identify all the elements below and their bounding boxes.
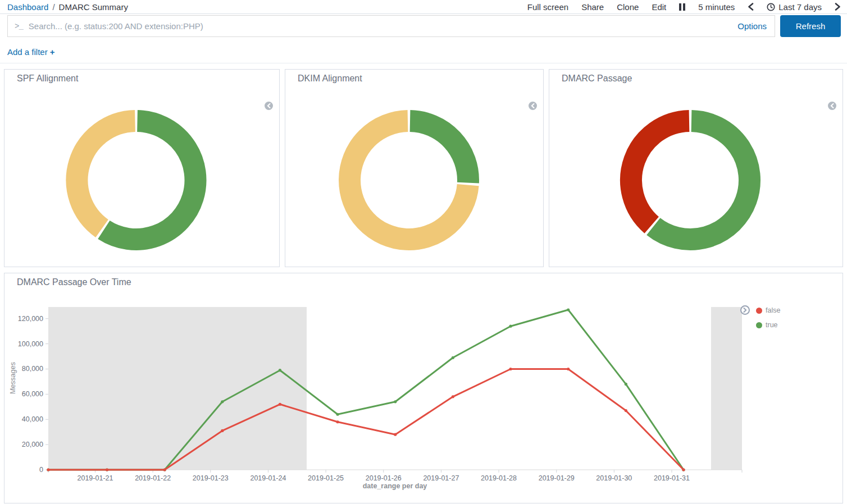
query-prompt-icon: >_: [15, 22, 23, 31]
top-menu: Full screen Share Clone Edit 5 minutes L…: [527, 2, 841, 12]
y-axis-label: Messages: [9, 379, 17, 394]
legend-dot-true: [756, 322, 762, 328]
query-bar: >_ Options Refresh: [7, 15, 841, 37]
svg-text:120,000: 120,000: [18, 315, 43, 323]
chart-legend: false true: [756, 305, 780, 334]
svg-text:2019-01-27: 2019-01-27: [423, 474, 459, 482]
breadcrumb-separator: /: [52, 2, 54, 12]
search-input[interactable]: [29, 21, 731, 31]
legend-dot-false: [756, 308, 762, 314]
breadcrumb-dashboard-link[interactable]: Dashboard: [7, 2, 48, 12]
refresh-interval-button[interactable]: 5 minutes: [698, 2, 735, 12]
filter-bar: Add a filter+: [7, 47, 54, 57]
legend-item-true[interactable]: true: [756, 319, 780, 331]
add-filter-link[interactable]: Add a filter: [7, 47, 48, 57]
svg-text:2019-01-29: 2019-01-29: [539, 474, 575, 482]
top-nav-bar: Dashboard / DMARC Summary Full screen Sh…: [0, 0, 847, 14]
svg-text:40,000: 40,000: [22, 415, 43, 423]
section-divider: [0, 63, 847, 63]
svg-text:2019-01-22: 2019-01-22: [135, 474, 171, 482]
legend-label: true: [766, 321, 778, 329]
search-box[interactable]: >_ Options: [7, 15, 775, 37]
time-range-picker[interactable]: Last 7 days: [767, 2, 822, 12]
full-screen-button[interactable]: Full screen: [527, 2, 568, 12]
svg-text:2019-01-30: 2019-01-30: [596, 474, 632, 482]
svg-text:2019-01-21: 2019-01-21: [78, 474, 113, 482]
svg-text:2019-01-25: 2019-01-25: [308, 474, 344, 482]
panel-dkim-alignment: DKIM Alignment: [285, 69, 544, 267]
spf-donut-chart[interactable]: [4, 70, 280, 268]
svg-text:60,000: 60,000: [22, 390, 43, 398]
plus-icon[interactable]: +: [50, 47, 55, 57]
clock-icon: [767, 3, 775, 11]
time-forward-chevron-icon[interactable]: [835, 3, 841, 11]
svg-text:0: 0: [39, 466, 43, 474]
svg-text:100,000: 100,000: [18, 340, 43, 348]
dmarc-over-time-chart[interactable]: 020,00040,00060,00080,000100,000120,0002…: [4, 273, 844, 504]
svg-text:2019-01-24: 2019-01-24: [250, 474, 286, 482]
legend-item-false[interactable]: false: [756, 305, 780, 316]
clone-button[interactable]: Clone: [617, 2, 639, 12]
share-button[interactable]: Share: [581, 2, 604, 12]
svg-text:2019-01-31: 2019-01-31: [654, 474, 690, 482]
svg-text:80,000: 80,000: [22, 365, 43, 373]
panel-spf-alignment: SPF Allignment: [4, 69, 280, 267]
legend-toggle-button[interactable]: [740, 305, 750, 315]
svg-text:2019-01-26: 2019-01-26: [366, 474, 402, 482]
time-back-chevron-icon[interactable]: [748, 3, 754, 11]
chevron-right-icon: [743, 308, 747, 313]
dmarc-donut-chart[interactable]: [549, 70, 844, 268]
options-link[interactable]: Options: [737, 21, 767, 31]
panel-dmarc-passage: DMARC Passage: [549, 69, 843, 267]
line-chart-area: 020,00040,00060,00080,000100,000120,0002…: [4, 273, 844, 504]
breadcrumb: Dashboard / DMARC Summary: [7, 2, 128, 12]
panel-dmarc-over-time: DMARC Passage Over Time 020,00040,00060,…: [4, 273, 843, 503]
pause-icon[interactable]: [679, 3, 685, 11]
legend-label: false: [766, 306, 780, 314]
svg-text:2019-01-28: 2019-01-28: [481, 474, 517, 482]
svg-text:20,000: 20,000: [22, 441, 43, 448]
x-axis-label: date_range per day: [4, 482, 785, 490]
refresh-button[interactable]: Refresh: [780, 15, 841, 37]
dkim-donut-chart[interactable]: [285, 70, 544, 268]
svg-text:2019-01-23: 2019-01-23: [193, 474, 229, 482]
page-title: DMARC Summary: [59, 2, 128, 12]
edit-button[interactable]: Edit: [652, 2, 666, 12]
